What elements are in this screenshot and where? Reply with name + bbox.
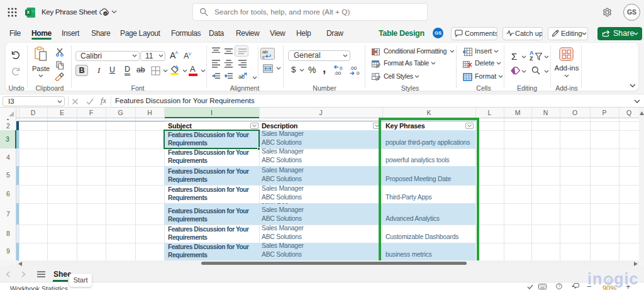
svg-text:?: ? <box>558 284 560 288</box>
svg-text:.00: .00 <box>350 65 357 71</box>
svg-text:ab: ab <box>238 74 245 80</box>
svg-text:.00: .00 <box>334 70 341 75</box>
svg-text:X: X <box>27 10 30 14</box>
svg-text:c: c <box>262 54 265 59</box>
svg-text:0: 0 <box>357 70 360 75</box>
